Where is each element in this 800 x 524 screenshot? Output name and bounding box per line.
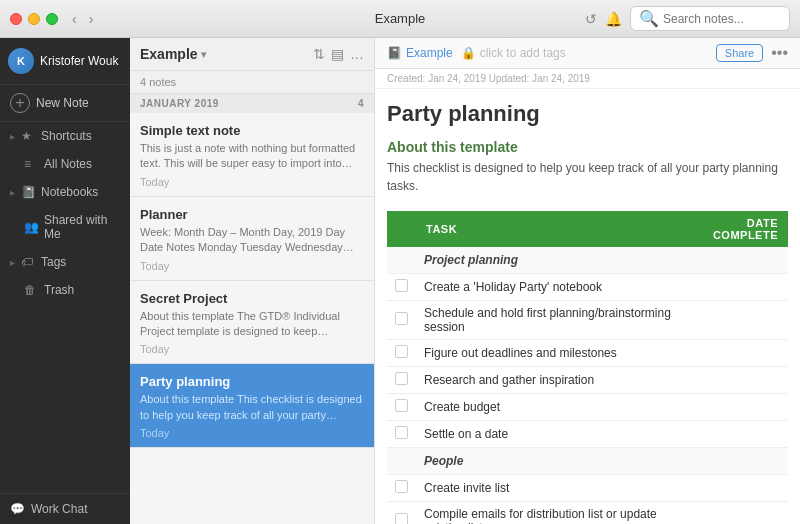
sidebar-item-all-notes[interactable]: ≡ All Notes bbox=[0, 150, 130, 178]
sidebar-item-label: Trash bbox=[44, 283, 74, 297]
forward-button[interactable]: › bbox=[85, 9, 98, 29]
month-header: JANUARY 2019 4 bbox=[130, 94, 374, 113]
month-count: 4 bbox=[358, 98, 364, 109]
note-item-2[interactable]: Secret Project About this template The G… bbox=[130, 281, 374, 365]
checkbox-cell[interactable] bbox=[387, 340, 416, 367]
note-item-0[interactable]: Simple text note This is just a note wit… bbox=[130, 113, 374, 197]
checkbox[interactable] bbox=[395, 399, 408, 412]
breadcrumb-icon: 📓 bbox=[387, 46, 402, 60]
checkbox-cell[interactable] bbox=[387, 394, 416, 421]
chevron-icon: ▸ bbox=[10, 187, 15, 198]
view-button[interactable]: ▤ bbox=[331, 46, 344, 62]
task-text: Create a 'Holiday Party' notebook bbox=[416, 274, 688, 301]
checkbox[interactable] bbox=[395, 279, 408, 292]
avatar: K bbox=[8, 48, 34, 74]
more-options-button[interactable]: … bbox=[350, 46, 364, 62]
date-col bbox=[688, 274, 788, 301]
more-button[interactable]: ••• bbox=[771, 44, 788, 62]
note-preview: About this template This checklist is de… bbox=[140, 392, 364, 423]
search-input[interactable] bbox=[663, 12, 781, 26]
sidebar-item-shortcuts[interactable]: ▸ ★ Shortcuts bbox=[0, 122, 130, 150]
checkbox-cell[interactable] bbox=[387, 421, 416, 448]
checkbox[interactable] bbox=[395, 312, 408, 325]
note-body[interactable]: Party planning About this template This … bbox=[375, 89, 800, 524]
checkbox[interactable] bbox=[395, 480, 408, 493]
note-count: 4 notes bbox=[140, 76, 176, 88]
new-note-button[interactable]: + New Note bbox=[0, 85, 130, 122]
note-preview: This is just a note with nothing but for… bbox=[140, 141, 364, 172]
user-name: Kristofer Wouk bbox=[40, 54, 118, 68]
note-content-panel: 📓 Example 🔒 click to add tags Share ••• … bbox=[375, 38, 800, 524]
sidebar-item-trash[interactable]: 🗑 Trash bbox=[0, 276, 130, 304]
task-text: Create invite list bbox=[416, 475, 688, 502]
note-date: Today bbox=[140, 427, 364, 439]
table-row: Research and gather inspiration bbox=[387, 367, 788, 394]
checkbox[interactable] bbox=[395, 345, 408, 358]
col-task: TASK bbox=[416, 211, 688, 247]
sidebar-item-label: Notebooks bbox=[41, 185, 98, 199]
sidebar-item-shared-with-me[interactable]: 👥 Shared with Me bbox=[0, 206, 130, 248]
about-section: About this template This checklist is de… bbox=[387, 139, 788, 195]
tag-area[interactable]: 🔒 click to add tags bbox=[461, 46, 708, 60]
note-preview: About this template The GTD® Individual … bbox=[140, 309, 364, 340]
breadcrumb[interactable]: 📓 Example bbox=[387, 46, 453, 60]
checkbox[interactable] bbox=[395, 513, 408, 524]
checklist-table: TASK DATE COMPLETE Project planning Crea… bbox=[387, 211, 788, 524]
sidebar-header: K Kristofer Wouk bbox=[0, 38, 130, 85]
breadcrumb-label: Example bbox=[406, 46, 453, 60]
trash-icon: 🗑 bbox=[24, 283, 38, 297]
bell-icon[interactable]: 🔔 bbox=[605, 11, 622, 27]
note-item-3[interactable]: Party planning About this template This … bbox=[130, 364, 374, 448]
checkbox-cell[interactable] bbox=[387, 475, 416, 502]
shortcuts-icon: ★ bbox=[21, 129, 35, 143]
share-button[interactable]: Share bbox=[716, 44, 763, 62]
notes-scroll[interactable]: JANUARY 2019 4 Simple text note This is … bbox=[130, 94, 374, 524]
date-col bbox=[688, 394, 788, 421]
group-header: Project planning bbox=[387, 247, 788, 274]
col-checkbox bbox=[387, 211, 416, 247]
title-bar: ‹ › Example ↺ 🔔 🔍 bbox=[0, 0, 800, 38]
checkbox-cell[interactable] bbox=[387, 367, 416, 394]
table-row: Create budget bbox=[387, 394, 788, 421]
work-chat-button[interactable]: 💬 Work Chat bbox=[0, 493, 130, 524]
sort-button[interactable]: ⇅ bbox=[313, 46, 325, 62]
task-text: Settle on a date bbox=[416, 421, 688, 448]
table-row: Schedule and hold first planning/brainst… bbox=[387, 301, 788, 340]
note-preview: Week: Month Day – Month Day, 2019 Day Da… bbox=[140, 225, 364, 256]
checkbox-cell[interactable] bbox=[387, 301, 416, 340]
checkbox[interactable] bbox=[395, 372, 408, 385]
note-item-1[interactable]: Planner Week: Month Day – Month Day, 201… bbox=[130, 197, 374, 281]
task-text: Compile emails for distribution list or … bbox=[416, 502, 688, 525]
app-body: K Kristofer Wouk + New Note ▸ ★ Shortcut… bbox=[0, 38, 800, 524]
note-main-title: Party planning bbox=[387, 101, 788, 127]
table-row: Settle on a date bbox=[387, 421, 788, 448]
date-col bbox=[688, 502, 788, 525]
checkbox-cell[interactable] bbox=[387, 502, 416, 525]
group-header: People bbox=[387, 448, 788, 475]
note-list-panel: Example ▾ ⇅ ▤ … 4 notes JANUARY 2019 4 S… bbox=[130, 38, 375, 524]
sidebar-item-notebooks[interactable]: ▸ 📓 Notebooks bbox=[0, 178, 130, 206]
search-box[interactable]: 🔍 bbox=[630, 6, 790, 31]
close-button[interactable] bbox=[10, 13, 22, 25]
note-list-header: Example ▾ ⇅ ▤ … bbox=[130, 38, 374, 71]
plus-icon: + bbox=[10, 93, 30, 113]
back-button[interactable]: ‹ bbox=[68, 9, 81, 29]
checkbox[interactable] bbox=[395, 426, 408, 439]
checkbox-cell[interactable] bbox=[387, 274, 416, 301]
note-count-bar: 4 notes bbox=[130, 71, 374, 94]
task-text: Create budget bbox=[416, 394, 688, 421]
col-date-complete: DATE COMPLETE bbox=[688, 211, 788, 247]
sidebar-item-label: Tags bbox=[41, 255, 66, 269]
lock-icon: 🔒 bbox=[461, 46, 476, 60]
fullscreen-button[interactable] bbox=[46, 13, 58, 25]
sidebar-item-tags[interactable]: ▸ 🏷 Tags bbox=[0, 248, 130, 276]
date-col bbox=[688, 340, 788, 367]
sync-icon[interactable]: ↺ bbox=[585, 11, 597, 27]
dropdown-icon: ▾ bbox=[201, 49, 206, 60]
work-chat-label: Work Chat bbox=[31, 502, 87, 516]
shared-icon: 👥 bbox=[24, 220, 38, 234]
note-date: Today bbox=[140, 260, 364, 272]
table-row: Create invite list bbox=[387, 475, 788, 502]
minimize-button[interactable] bbox=[28, 13, 40, 25]
sidebar-item-label: Shortcuts bbox=[41, 129, 92, 143]
